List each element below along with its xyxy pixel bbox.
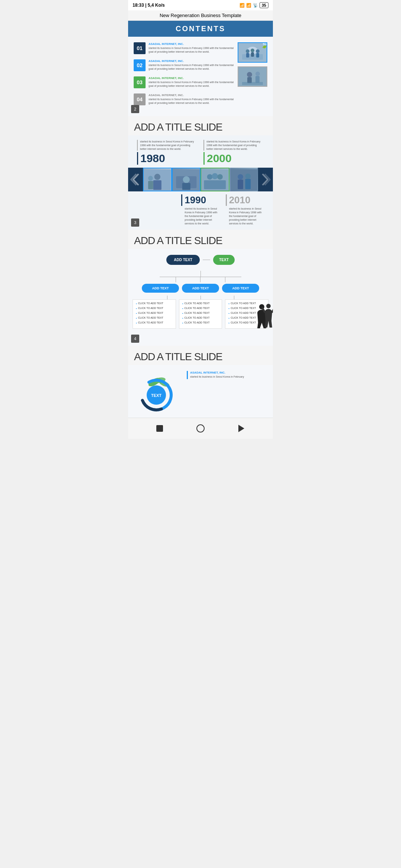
- timeline-block-2000: started its business in Seoul Korea in F…: [200, 140, 267, 165]
- svg-point-25: [207, 174, 213, 180]
- nav-stop-button[interactable]: [153, 422, 166, 435]
- org-card-1-item-5[interactable]: • CLICK TO ADD TEXT: [136, 321, 173, 325]
- org-card-1-item-4[interactable]: • CLICK TO ADD TEXT: [136, 316, 173, 320]
- slide-image-1: 🍃: [238, 42, 267, 63]
- org-v-lines-row: [160, 277, 241, 282]
- item-text-2: ASADAL INTERNET, INC. started its busine…: [149, 59, 234, 71]
- org-chart: ADD TEXT TEXT ADD TEXT ADD TEXT ADD TEXT: [128, 249, 273, 335]
- org-card-2-item-4[interactable]: • CLICK TO ADD TEXT: [182, 316, 219, 320]
- org-card-1-item-3[interactable]: • CLICK TO ADD TEXT: [136, 312, 173, 315]
- org-card-1-item-2[interactable]: • CLICK TO ADD TEXT: [136, 307, 173, 310]
- org-card-2-item-1[interactable]: • CLICK TO ADD TEXT: [182, 302, 219, 305]
- slide-2: started its business in Seoul Korea in F…: [128, 135, 273, 230]
- item-text-4: ASADAL INTERNET, INC. started its busine…: [149, 93, 234, 105]
- left-arrow[interactable]: [128, 168, 143, 191]
- navigation-bar: [128, 418, 273, 439]
- slide3-title-section: ADD A TITLE SLIDE: [128, 230, 273, 249]
- slide-3: ADD TEXT TEXT ADD TEXT ADD TEXT ADD TEXT: [128, 249, 273, 346]
- org-mid-btn-2[interactable]: ADD TEXT: [182, 284, 219, 293]
- svg-rect-8: [256, 53, 259, 57]
- slide4-title[interactable]: ADD A TITLE SLIDE: [134, 351, 267, 363]
- slide2-title-section: ADD A TITLE SLIDE: [128, 116, 273, 135]
- svg-rect-23: [182, 183, 190, 190]
- slide2-title[interactable]: ADD A TITLE SLIDE: [134, 121, 267, 133]
- bullet-icon: •: [136, 307, 137, 310]
- svg-point-18: [148, 176, 153, 181]
- org-top-row: ADD TEXT TEXT: [133, 255, 268, 265]
- svg-point-16: [154, 174, 160, 180]
- org-mid-btn-1[interactable]: ADD TEXT: [142, 284, 179, 293]
- svg-point-26: [212, 173, 218, 180]
- silhouette-figures: [254, 302, 273, 328]
- org-card-1-item-1[interactable]: • CLICK TO ADD TEXT: [136, 302, 173, 305]
- timeline-photo-2[interactable]: [172, 168, 201, 191]
- slide4-desc: started its business in Seoul Korea in F…: [190, 375, 267, 379]
- bullet-icon: •: [182, 302, 183, 305]
- bullet-icon: •: [182, 321, 183, 325]
- org-cards-row: • CLICK TO ADD TEXT • CLICK TO ADD TEXT …: [133, 299, 268, 329]
- status-time: 18:33 | 5,4 Ko/s: [133, 3, 165, 8]
- svg-point-22: [183, 176, 189, 183]
- slide-4: TEXT ASADAL INTERNET, INC. started its b…: [128, 365, 273, 418]
- slide4-company: ASADAL INTERNET, INC.: [190, 371, 267, 374]
- timeline-bottom: 1990 started its business in Seoul Korea…: [128, 191, 273, 230]
- org-card-1[interactable]: • CLICK TO ADD TEXT • CLICK TO ADD TEXT …: [133, 299, 176, 329]
- wifi-icon: 📡: [253, 3, 258, 8]
- circle-svg: TEXT: [134, 371, 182, 412]
- timeline-block-1990: 1990 started its business in Seoul Korea…: [178, 193, 222, 225]
- svg-point-32: [245, 174, 251, 179]
- timeline-block-1980: started its business in Seoul Korea in F…: [134, 140, 200, 165]
- org-top-btn-main[interactable]: ADD TEXT: [166, 255, 200, 265]
- svg-point-30: [238, 174, 243, 180]
- org-mid-row: ADD TEXT ADD TEXT ADD TEXT: [133, 284, 268, 293]
- svg-point-3: [246, 49, 250, 53]
- svg-rect-29: [230, 170, 258, 191]
- item-text-1: ASADAL INTERNET, INC. started its busine…: [149, 42, 234, 54]
- svg-rect-28: [204, 180, 226, 189]
- org-card-3[interactable]: • CLICK TO ADD TEXT • CLICK TO ADD TEXT …: [225, 299, 268, 329]
- org-top-btn-secondary[interactable]: TEXT: [213, 255, 235, 265]
- bullet-icon: •: [136, 316, 137, 320]
- slide1-header: CONTENTS: [128, 21, 273, 37]
- bullet-icon: •: [228, 316, 229, 320]
- org-card-2-item-5[interactable]: • CLICK TO ADD TEXT: [182, 321, 219, 325]
- org-card-2[interactable]: • CLICK TO ADD TEXT • CLICK TO ADD TEXT …: [179, 299, 222, 329]
- svg-text:TEXT: TEXT: [151, 393, 162, 398]
- svg-rect-14: [242, 82, 263, 85]
- contents-item-4[interactable]: 04 ASADAL INTERNET, INC. started its bus…: [134, 93, 234, 105]
- slide-image-2: [238, 66, 267, 87]
- org-card-2-item-3[interactable]: • CLICK TO ADD TEXT: [182, 312, 219, 315]
- bullet-icon: •: [136, 312, 137, 315]
- status-bar: 18:33 | 5,4 Ko/s 📶 📶 📡 35: [128, 0, 273, 10]
- app-title: New Regeneration Business Template: [128, 10, 273, 21]
- right-arrow[interactable]: [258, 168, 273, 191]
- contents-item-1[interactable]: 01 ASADAL INTERNET, INC. started its bus…: [134, 42, 234, 54]
- slide4-text-content: ASADAL INTERNET, INC. started its busine…: [187, 371, 267, 379]
- bullet-icon: •: [228, 312, 229, 315]
- slide-number-1: 2: [131, 105, 139, 113]
- timeline-photo-3[interactable]: [200, 168, 229, 191]
- bullet-icon: •: [182, 312, 183, 315]
- svg-point-5: [251, 49, 254, 52]
- nav-home-button[interactable]: [194, 422, 207, 435]
- svg-rect-13: [255, 76, 260, 83]
- contents-item-2[interactable]: 02 ASADAL INTERNET, INC. started its bus…: [134, 59, 234, 71]
- contents-item-3[interactable]: 03 ASADAL INTERNET, INC. started its bus…: [134, 76, 234, 88]
- svg-rect-31: [238, 180, 243, 190]
- year-1980: 1980: [137, 152, 198, 165]
- org-mid-btn-3[interactable]: ADD TEXT: [222, 284, 259, 293]
- org-card-2-item-2[interactable]: • CLICK TO ADD TEXT: [182, 307, 219, 310]
- bullet-icon: •: [182, 316, 183, 320]
- org-v-line-top: [133, 271, 268, 277]
- nav-back-button[interactable]: [235, 422, 248, 435]
- timeline-photo-4[interactable]: [229, 168, 258, 191]
- leaf-decoration: 🍃: [261, 42, 267, 49]
- item-num-1: 01: [134, 42, 146, 54]
- item-num-2: 02: [134, 59, 146, 71]
- slide4-body: TEXT ASADAL INTERNET, INC. started its b…: [128, 365, 273, 418]
- svg-rect-6: [251, 52, 254, 57]
- slide3-title[interactable]: ADD A TITLE SLIDE: [134, 235, 267, 247]
- timeline-photo-1[interactable]: [143, 168, 172, 191]
- connector-h: [203, 260, 210, 260]
- svg-point-7: [256, 49, 260, 53]
